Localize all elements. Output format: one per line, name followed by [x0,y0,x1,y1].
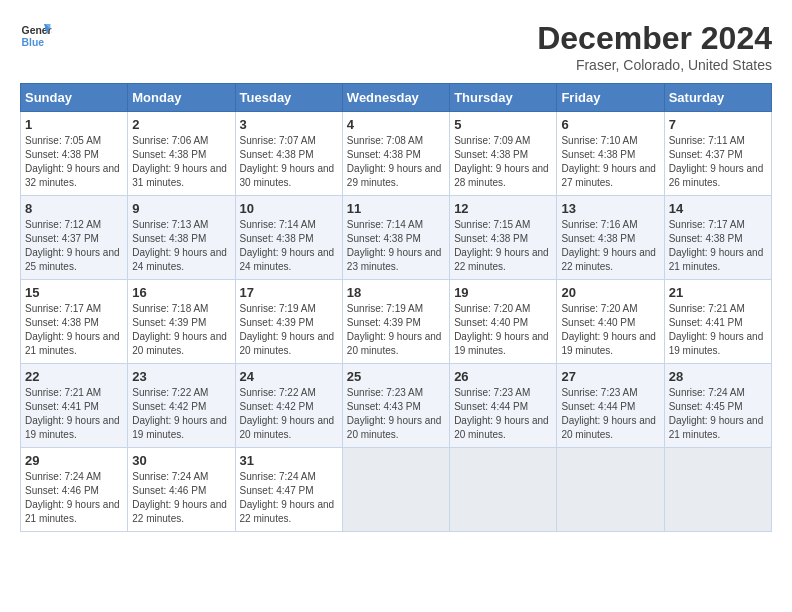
day-number: 16 [132,285,230,300]
day-number: 5 [454,117,552,132]
day-info: Sunrise: 7:23 AM Sunset: 4:44 PM Dayligh… [561,386,659,442]
day-header-thursday: Thursday [450,84,557,112]
calendar: SundayMondayTuesdayWednesdayThursdayFrid… [20,83,772,532]
day-header-wednesday: Wednesday [342,84,449,112]
day-number: 26 [454,369,552,384]
calendar-cell: 26Sunrise: 7:23 AM Sunset: 4:44 PM Dayli… [450,364,557,448]
calendar-week-row: 15Sunrise: 7:17 AM Sunset: 4:38 PM Dayli… [21,280,772,364]
calendar-cell: 16Sunrise: 7:18 AM Sunset: 4:39 PM Dayli… [128,280,235,364]
calendar-cell: 9Sunrise: 7:13 AM Sunset: 4:38 PM Daylig… [128,196,235,280]
day-info: Sunrise: 7:20 AM Sunset: 4:40 PM Dayligh… [454,302,552,358]
day-info: Sunrise: 7:06 AM Sunset: 4:38 PM Dayligh… [132,134,230,190]
day-info: Sunrise: 7:23 AM Sunset: 4:44 PM Dayligh… [454,386,552,442]
day-number: 18 [347,285,445,300]
day-header-sunday: Sunday [21,84,128,112]
calendar-cell: 27Sunrise: 7:23 AM Sunset: 4:44 PM Dayli… [557,364,664,448]
day-info: Sunrise: 7:12 AM Sunset: 4:37 PM Dayligh… [25,218,123,274]
calendar-week-row: 1Sunrise: 7:05 AM Sunset: 4:38 PM Daylig… [21,112,772,196]
day-number: 11 [347,201,445,216]
logo: General Blue [20,20,52,52]
calendar-cell: 4Sunrise: 7:08 AM Sunset: 4:38 PM Daylig… [342,112,449,196]
day-info: Sunrise: 7:22 AM Sunset: 4:42 PM Dayligh… [240,386,338,442]
day-number: 7 [669,117,767,132]
day-number: 19 [454,285,552,300]
day-info: Sunrise: 7:24 AM Sunset: 4:46 PM Dayligh… [25,470,123,526]
calendar-week-row: 29Sunrise: 7:24 AM Sunset: 4:46 PM Dayli… [21,448,772,532]
calendar-cell: 5Sunrise: 7:09 AM Sunset: 4:38 PM Daylig… [450,112,557,196]
day-number: 10 [240,201,338,216]
day-info: Sunrise: 7:18 AM Sunset: 4:39 PM Dayligh… [132,302,230,358]
day-number: 27 [561,369,659,384]
day-info: Sunrise: 7:19 AM Sunset: 4:39 PM Dayligh… [347,302,445,358]
day-number: 30 [132,453,230,468]
calendar-week-row: 22Sunrise: 7:21 AM Sunset: 4:41 PM Dayli… [21,364,772,448]
day-header-saturday: Saturday [664,84,771,112]
day-info: Sunrise: 7:21 AM Sunset: 4:41 PM Dayligh… [669,302,767,358]
day-number: 4 [347,117,445,132]
calendar-cell: 23Sunrise: 7:22 AM Sunset: 4:42 PM Dayli… [128,364,235,448]
day-info: Sunrise: 7:24 AM Sunset: 4:47 PM Dayligh… [240,470,338,526]
calendar-cell [664,448,771,532]
calendar-cell: 30Sunrise: 7:24 AM Sunset: 4:46 PM Dayli… [128,448,235,532]
calendar-cell: 31Sunrise: 7:24 AM Sunset: 4:47 PM Dayli… [235,448,342,532]
day-info: Sunrise: 7:14 AM Sunset: 4:38 PM Dayligh… [347,218,445,274]
day-number: 20 [561,285,659,300]
calendar-cell: 14Sunrise: 7:17 AM Sunset: 4:38 PM Dayli… [664,196,771,280]
day-info: Sunrise: 7:21 AM Sunset: 4:41 PM Dayligh… [25,386,123,442]
calendar-cell: 8Sunrise: 7:12 AM Sunset: 4:37 PM Daylig… [21,196,128,280]
day-number: 25 [347,369,445,384]
calendar-week-row: 8Sunrise: 7:12 AM Sunset: 4:37 PM Daylig… [21,196,772,280]
day-number: 13 [561,201,659,216]
day-number: 1 [25,117,123,132]
day-info: Sunrise: 7:17 AM Sunset: 4:38 PM Dayligh… [25,302,123,358]
day-info: Sunrise: 7:15 AM Sunset: 4:38 PM Dayligh… [454,218,552,274]
day-number: 31 [240,453,338,468]
svg-text:Blue: Blue [22,37,45,48]
day-number: 2 [132,117,230,132]
day-info: Sunrise: 7:07 AM Sunset: 4:38 PM Dayligh… [240,134,338,190]
day-number: 9 [132,201,230,216]
calendar-cell: 24Sunrise: 7:22 AM Sunset: 4:42 PM Dayli… [235,364,342,448]
calendar-cell: 11Sunrise: 7:14 AM Sunset: 4:38 PM Dayli… [342,196,449,280]
calendar-cell: 6Sunrise: 7:10 AM Sunset: 4:38 PM Daylig… [557,112,664,196]
day-number: 29 [25,453,123,468]
day-info: Sunrise: 7:20 AM Sunset: 4:40 PM Dayligh… [561,302,659,358]
main-title: December 2024 [537,20,772,57]
calendar-cell: 3Sunrise: 7:07 AM Sunset: 4:38 PM Daylig… [235,112,342,196]
calendar-cell: 19Sunrise: 7:20 AM Sunset: 4:40 PM Dayli… [450,280,557,364]
day-info: Sunrise: 7:23 AM Sunset: 4:43 PM Dayligh… [347,386,445,442]
subtitle: Fraser, Colorado, United States [537,57,772,73]
calendar-cell [342,448,449,532]
day-info: Sunrise: 7:16 AM Sunset: 4:38 PM Dayligh… [561,218,659,274]
calendar-cell: 17Sunrise: 7:19 AM Sunset: 4:39 PM Dayli… [235,280,342,364]
calendar-cell: 12Sunrise: 7:15 AM Sunset: 4:38 PM Dayli… [450,196,557,280]
day-number: 12 [454,201,552,216]
calendar-cell: 21Sunrise: 7:21 AM Sunset: 4:41 PM Dayli… [664,280,771,364]
calendar-cell: 15Sunrise: 7:17 AM Sunset: 4:38 PM Dayli… [21,280,128,364]
calendar-cell: 25Sunrise: 7:23 AM Sunset: 4:43 PM Dayli… [342,364,449,448]
calendar-cell: 2Sunrise: 7:06 AM Sunset: 4:38 PM Daylig… [128,112,235,196]
day-header-friday: Friday [557,84,664,112]
day-number: 28 [669,369,767,384]
header: General Blue December 2024 Fraser, Color… [20,20,772,73]
day-number: 24 [240,369,338,384]
calendar-cell: 28Sunrise: 7:24 AM Sunset: 4:45 PM Dayli… [664,364,771,448]
day-info: Sunrise: 7:19 AM Sunset: 4:39 PM Dayligh… [240,302,338,358]
day-number: 14 [669,201,767,216]
day-info: Sunrise: 7:13 AM Sunset: 4:38 PM Dayligh… [132,218,230,274]
day-number: 22 [25,369,123,384]
logo-icon: General Blue [20,20,52,52]
day-number: 8 [25,201,123,216]
day-number: 15 [25,285,123,300]
day-number: 3 [240,117,338,132]
day-info: Sunrise: 7:11 AM Sunset: 4:37 PM Dayligh… [669,134,767,190]
title-area: December 2024 Fraser, Colorado, United S… [537,20,772,73]
day-number: 21 [669,285,767,300]
day-info: Sunrise: 7:05 AM Sunset: 4:38 PM Dayligh… [25,134,123,190]
calendar-cell: 22Sunrise: 7:21 AM Sunset: 4:41 PM Dayli… [21,364,128,448]
calendar-cell: 20Sunrise: 7:20 AM Sunset: 4:40 PM Dayli… [557,280,664,364]
day-info: Sunrise: 7:09 AM Sunset: 4:38 PM Dayligh… [454,134,552,190]
calendar-cell: 10Sunrise: 7:14 AM Sunset: 4:38 PM Dayli… [235,196,342,280]
day-info: Sunrise: 7:24 AM Sunset: 4:45 PM Dayligh… [669,386,767,442]
calendar-cell: 18Sunrise: 7:19 AM Sunset: 4:39 PM Dayli… [342,280,449,364]
